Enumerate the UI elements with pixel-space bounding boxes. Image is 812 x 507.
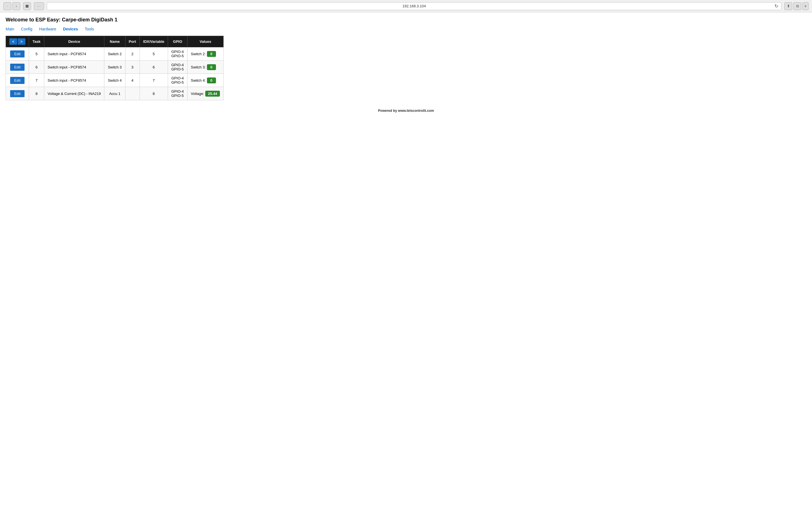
values-cell: Switch 4:0 xyxy=(187,74,223,87)
nav-hardware[interactable]: Hardware xyxy=(39,27,56,31)
nav-tools[interactable]: Tools xyxy=(85,27,94,31)
value-label: Voltage: xyxy=(191,92,204,96)
share-button[interactable]: ⬆ xyxy=(784,2,792,10)
edit-cell: Edit xyxy=(6,87,29,100)
value-badge: 25.44 xyxy=(205,91,220,97)
browser-chrome: ‹ › ··· 192.168.3.104 ↻ ⬆ ⧉ + xyxy=(0,0,812,12)
pagination-controls: < > xyxy=(9,38,26,45)
url-bar[interactable]: 192.168.3.104 ↻ xyxy=(47,2,781,10)
idx-cell: 7 xyxy=(140,74,168,87)
task-cell: 7 xyxy=(29,74,44,87)
value-label: Switch 2: xyxy=(191,52,206,56)
values-cell: Voltage:25.44 xyxy=(187,87,223,100)
name-cell: Switch 4 xyxy=(104,74,125,87)
values-header: Values xyxy=(187,36,223,47)
prev-page-button[interactable]: < xyxy=(9,38,17,45)
idx-header: IDX/Variable xyxy=(140,36,168,47)
edit-button[interactable]: Edit xyxy=(10,50,24,57)
gpio-cell: GPIO-4GPIO-5 xyxy=(168,47,187,61)
gpio-header: GPIO xyxy=(168,36,187,47)
forward-button[interactable]: › xyxy=(12,2,20,10)
name-cell: Switch 2 xyxy=(104,47,125,61)
name-cell: Accu 1 xyxy=(104,87,125,100)
edit-button[interactable]: Edit xyxy=(10,77,24,84)
device-cell: Switch input - PCF8574 xyxy=(44,74,104,87)
device-cell: Voltage & Current (DC) - INA219 xyxy=(44,87,104,100)
task-cell: 6 xyxy=(29,61,44,74)
values-cell: Switch 2:0 xyxy=(187,47,223,61)
next-page-button[interactable]: > xyxy=(18,38,26,45)
task-header: Task xyxy=(29,36,44,47)
edit-button[interactable]: Edit xyxy=(10,90,24,97)
gpio-cell: GPIO-4GPIO-5 xyxy=(168,61,187,74)
refresh-button[interactable]: ↻ xyxy=(772,2,780,10)
stop-button[interactable] xyxy=(23,2,31,10)
page-title: Welcome to ESP Easy: Carpe-diem DigiDash… xyxy=(6,17,806,23)
footer: Powered by www.letscontrolit.com xyxy=(6,109,806,113)
edit-button[interactable]: Edit xyxy=(10,64,24,71)
edit-cell: Edit xyxy=(6,74,29,87)
port-cell: 3 xyxy=(125,61,140,74)
devices-table: < > Task Device Name Port IDX/Variable G… xyxy=(6,36,223,100)
value-label: Switch 4: xyxy=(191,78,206,82)
edit-cell: Edit xyxy=(6,61,29,74)
browser-actions: ⬆ ⧉ + xyxy=(784,2,809,10)
device-cell: Switch input - PCF8574 xyxy=(44,47,104,61)
value-badge: 0 xyxy=(207,77,216,83)
idx-cell: 6 xyxy=(140,61,168,74)
table-row: Edit8Voltage & Current (DC) - INA219Accu… xyxy=(6,87,223,100)
idx-cell: 8 xyxy=(140,87,168,100)
edit-cell: Edit xyxy=(6,47,29,61)
table-row: Edit5Switch input - PCF8574Switch 225GPI… xyxy=(6,47,223,61)
pagination-header: < > xyxy=(6,36,29,47)
table-row: Edit7Switch input - PCF8574Switch 447GPI… xyxy=(6,74,223,87)
nav-devices[interactable]: Devices xyxy=(63,27,78,31)
port-cell xyxy=(125,87,140,100)
name-header: Name xyxy=(104,36,125,47)
browser-nav: ‹ › xyxy=(3,2,20,10)
port-cell: 2 xyxy=(125,47,140,61)
gpio-cell: GPIO-4GPIO-5 xyxy=(168,87,187,100)
page-content: Welcome to ESP Easy: Carpe-diem DigiDash… xyxy=(0,12,812,117)
value-label: Switch 3: xyxy=(191,65,206,69)
values-cell: Switch 3:0 xyxy=(187,61,223,74)
svg-rect-0 xyxy=(26,5,29,8)
value-badge: 0 xyxy=(207,51,216,57)
value-badge: 0 xyxy=(207,64,216,70)
menu-button[interactable]: ··· xyxy=(34,2,44,10)
idx-cell: 5 xyxy=(140,47,168,61)
name-cell: Switch 3 xyxy=(104,61,125,74)
task-cell: 5 xyxy=(29,47,44,61)
device-header: Device xyxy=(44,36,104,47)
port-header: Port xyxy=(125,36,140,47)
task-cell: 8 xyxy=(29,87,44,100)
nav-config[interactable]: Config xyxy=(21,27,32,31)
device-cell: Switch input - PCF8574 xyxy=(44,61,104,74)
gpio-cell: GPIO-4GPIO-5 xyxy=(168,74,187,87)
add-tab-button[interactable]: + xyxy=(802,2,809,10)
main-nav: Main Config Hardware Devices Tools xyxy=(6,27,806,31)
port-cell: 4 xyxy=(125,74,140,87)
nav-main[interactable]: Main xyxy=(6,27,14,31)
tab-button[interactable]: ⧉ xyxy=(794,2,801,10)
table-row: Edit6Switch input - PCF8574Switch 336GPI… xyxy=(6,61,223,74)
back-button[interactable]: ‹ xyxy=(3,2,11,10)
